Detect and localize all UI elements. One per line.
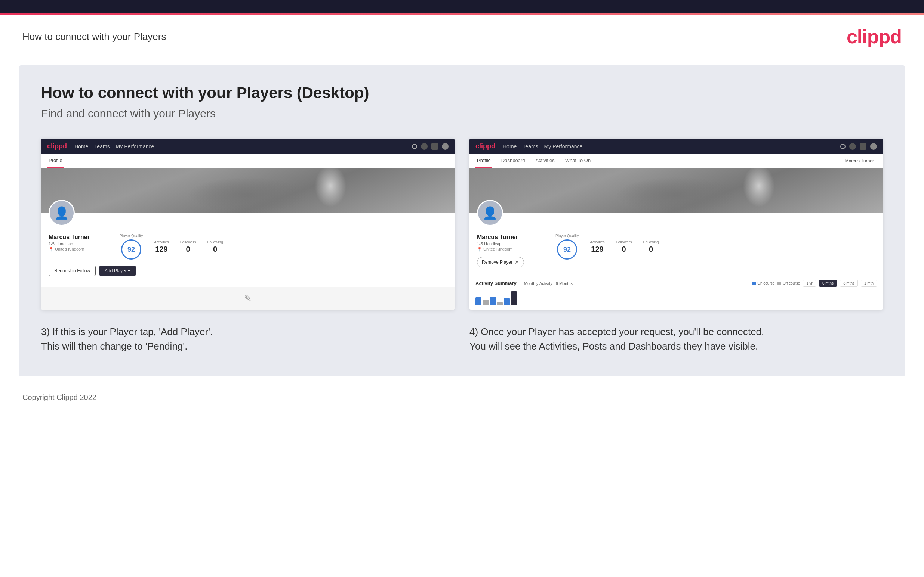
screenshot2-stat-followers: Followers 0 [616, 240, 632, 253]
screenshot2-avatar: 👤 [477, 200, 503, 226]
tab-activities-2[interactable]: Activities [534, 154, 556, 168]
mini-bar-chart [475, 290, 877, 305]
activity-title: Activity Summary [475, 280, 517, 286]
screenshot1-tabs: Profile [41, 154, 454, 168]
screenshot2-avatar-icon: 👤 [483, 206, 498, 220]
screenshot1-avatar: 👤 [48, 200, 75, 226]
screenshot2-nav-teams[interactable]: Teams [523, 143, 538, 149]
tab-dashboard-2[interactable]: Dashboard [500, 154, 527, 168]
screenshot2-quality-label: Player Quality [556, 234, 578, 238]
tab-profile-1[interactable]: Profile [47, 154, 64, 168]
screenshot1-stat-followers: Followers 0 [180, 240, 196, 253]
remove-player-button[interactable]: Remove Player ✕ [477, 257, 524, 268]
screenshot1-logo: clippd [47, 142, 67, 150]
screenshot1-quality-label: Player Quality [120, 234, 143, 238]
screenshot1-stats-row: Player Quality 92 Activities 129 Followe… [120, 234, 223, 259]
bar-5 [504, 298, 510, 305]
screenshot2-logo: clippd [475, 142, 495, 150]
screenshot1-followers-label: Followers [180, 240, 196, 244]
screenshot1-stat-quality: Player Quality 92 [120, 234, 143, 259]
screenshot2-followers-value: 0 [616, 245, 632, 253]
page-footer: Copyright Clippd 2022 [0, 387, 924, 408]
remove-x-icon: ✕ [515, 259, 519, 265]
screenshot1-nav-home[interactable]: Home [74, 143, 88, 149]
request-follow-button[interactable]: Request to Follow [48, 266, 96, 276]
screenshot1-btn-row: Request to Follow Add Player + [48, 266, 447, 276]
screenshot1-globe-icon[interactable] [442, 143, 449, 150]
screenshot1-name-col: Marcus Turner 1-5 Handicap 📍 United King… [48, 234, 116, 252]
screenshot1-nav-icons [412, 143, 449, 150]
remove-player-label: Remove Player [482, 259, 512, 265]
clippd-logo: clippd [846, 26, 901, 48]
oncourse-label: On course [757, 281, 774, 285]
dot-blue [752, 282, 756, 285]
screenshot2-user-icon[interactable] [849, 143, 856, 150]
top-bar [0, 0, 924, 15]
main-title: How to connect with your Players (Deskto… [41, 84, 883, 102]
screenshot1-quality-value: 92 [121, 239, 141, 259]
activity-summary: Activity Summary Monthly Activity · 6 Mo… [470, 275, 883, 309]
screenshot2-nav-myperformance[interactable]: My Performance [544, 143, 583, 149]
tab-profile-2[interactable]: Profile [475, 154, 492, 168]
page-header-title: How to connect with your Players [23, 31, 166, 43]
screenshot2-handicap: 1-5 Handicap [477, 242, 552, 246]
screenshot2-stat-following: Following 0 [643, 240, 659, 253]
screenshot1-handicap: 1-5 Handicap [48, 242, 116, 246]
desc-col-1: 3) If this is your Player tap, 'Add Play… [41, 324, 454, 354]
aerial-overlay-1 [41, 168, 454, 213]
user-dropdown[interactable]: Marcus Turner [845, 158, 877, 164]
screenshot1-banner [41, 168, 454, 213]
screenshot1-avatar-icon: 👤 [54, 206, 69, 220]
page-header: How to connect with your Players clippd [0, 15, 924, 54]
screenshot2-tabs: Profile Dashboard Activities What To On … [470, 154, 883, 168]
descriptions-row: 3) If this is your Player tap, 'Add Play… [41, 324, 883, 354]
screenshot1-stat-activities: Activities 129 [154, 240, 169, 253]
bar-6 [511, 291, 517, 305]
screenshot1-search-icon[interactable] [412, 144, 417, 149]
copyright-text: Copyright Clippd 2022 [23, 393, 97, 401]
screenshot2-search-icon[interactable] [840, 144, 845, 149]
screenshot2-nav-home[interactable]: Home [503, 143, 517, 149]
activity-period: Monthly Activity · 6 Months [524, 281, 573, 286]
screenshot2-stat-quality: Player Quality 92 [556, 234, 578, 259]
screenshot2-nav-links: Home Teams My Performance [503, 143, 833, 149]
time-btn-1mth[interactable]: 1 mth [861, 280, 877, 287]
chart-icon-1: ✎ [244, 293, 252, 304]
screenshot2-settings-icon[interactable] [860, 143, 866, 150]
screenshot1-settings-icon[interactable] [431, 143, 438, 150]
screenshot2-nav-icons [840, 143, 877, 150]
tab-whattoon-2[interactable]: What To On [564, 154, 592, 168]
bar-3 [489, 297, 496, 305]
screenshot2-banner [470, 168, 883, 213]
activity-header: Activity Summary Monthly Activity · 6 Mo… [475, 280, 877, 287]
time-btn-1yr[interactable]: 1 yr [803, 280, 816, 287]
screenshot2-profile-info: 👤 Marcus Turner 1-5 Handicap 📍 United Ki… [470, 213, 883, 275]
screenshot2-location: 📍 United Kingdom [477, 247, 552, 252]
desc-2-text: 4) Once your Player has accepted your re… [470, 326, 764, 352]
screenshot1-user-icon[interactable] [421, 143, 428, 150]
time-btn-6mths[interactable]: 6 mths [819, 280, 837, 287]
screenshot1-following-label: Following [207, 240, 223, 244]
desc-col-2: 4) Once your Player has accepted your re… [470, 324, 883, 354]
screenshot2-player-name: Marcus Turner [477, 234, 552, 240]
screenshot1-player-name: Marcus Turner [48, 234, 116, 240]
screenshot1-stat-following: Following 0 [207, 240, 223, 253]
add-player-button[interactable]: Add Player + [99, 266, 136, 276]
screenshot1-nav-teams[interactable]: Teams [94, 143, 110, 149]
screenshot2-nav: clippd Home Teams My Performance [470, 139, 883, 154]
screenshot-2: clippd Home Teams My Performance Profile [470, 139, 883, 309]
screenshot1-nav-myperformance[interactable]: My Performance [116, 143, 154, 149]
screenshot2-globe-icon[interactable] [870, 143, 877, 150]
time-filters: On course Off course 1 yr 6 mths 3 mths … [752, 280, 877, 287]
bar-1 [475, 297, 481, 305]
screenshot2-activities-value: 129 [590, 245, 604, 253]
offcourse-label: Off course [783, 281, 800, 285]
screenshot2-details-row: Marcus Turner 1-5 Handicap 📍 United King… [477, 219, 876, 268]
screenshot1-details-row: Marcus Turner 1-5 Handicap 📍 United King… [48, 219, 447, 259]
bar-4 [497, 302, 503, 305]
time-btn-3mths[interactable]: 3 mths [840, 280, 858, 287]
screenshot1-location: 📍 United Kingdom [48, 247, 116, 252]
legend-offcourse: Off course [777, 281, 800, 285]
screenshot1-activities-value: 129 [154, 245, 169, 253]
screenshot1-nav-links: Home Teams My Performance [74, 143, 404, 149]
